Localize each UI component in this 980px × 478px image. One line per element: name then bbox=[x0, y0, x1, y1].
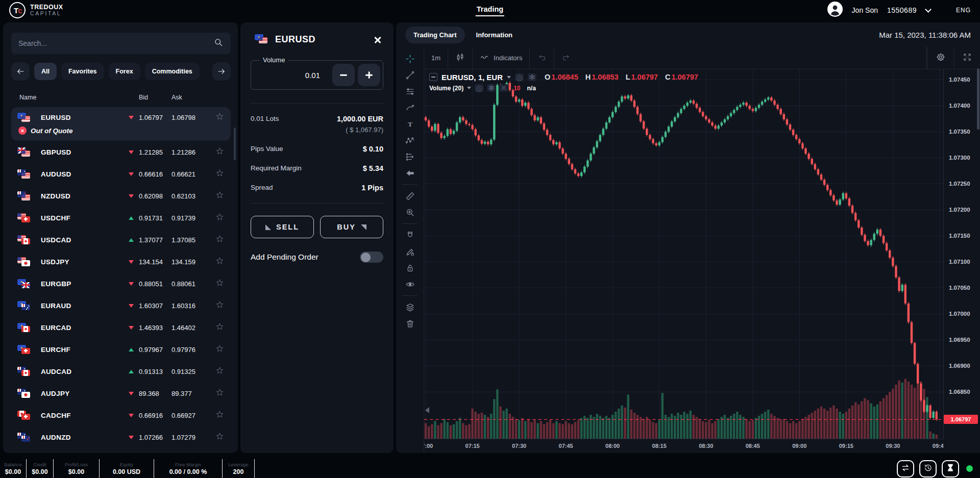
avatar[interactable] bbox=[827, 2, 843, 19]
volume-value[interactable]: 0.01 bbox=[258, 71, 329, 80]
eye-tool-icon[interactable] bbox=[401, 276, 419, 292]
chart-settings-button[interactable] bbox=[927, 47, 954, 69]
favorite-star-icon[interactable] bbox=[210, 279, 229, 290]
candlestick-chart[interactable] bbox=[424, 69, 943, 439]
watchlist-row-gbpusd[interactable]: GBPUSD1.212851.21286 bbox=[11, 142, 231, 163]
forecast-tool-icon[interactable] bbox=[401, 149, 419, 164]
undo-button[interactable] bbox=[530, 47, 554, 69]
watchlist-row-cadchf[interactable]: CADCHF0.669160.66927 bbox=[11, 405, 231, 426]
watchlist-row-usdchf[interactable]: USDCHF0.917310.91739 bbox=[11, 208, 231, 229]
favorite-star-icon[interactable] bbox=[210, 300, 229, 312]
language-selector[interactable]: ENG bbox=[956, 7, 971, 14]
info-label: Pips Value bbox=[251, 145, 283, 153]
favorite-star-icon[interactable] bbox=[210, 112, 229, 123]
layers-tool-icon[interactable] bbox=[401, 299, 419, 315]
favorite-star-icon[interactable] bbox=[210, 213, 229, 224]
indicators-button[interactable]: Indicators bbox=[473, 47, 530, 69]
volume-remove-icon[interactable]: ✕ bbox=[499, 84, 508, 92]
favorite-star-icon[interactable] bbox=[210, 169, 229, 180]
tab-information[interactable]: Information bbox=[468, 27, 521, 43]
filters-scroll-right-button[interactable] bbox=[212, 62, 231, 81]
time-axis-label: 09:45 bbox=[933, 443, 943, 449]
filter-pill-all[interactable]: All bbox=[34, 63, 57, 80]
transfer-icon[interactable] bbox=[897, 460, 914, 477]
tab-trading-chart[interactable]: Trading Chart bbox=[405, 27, 465, 43]
sell-button[interactable]: SELL bbox=[251, 216, 314, 238]
brush-tool-icon[interactable] bbox=[401, 100, 419, 115]
search-box[interactable] bbox=[11, 33, 231, 54]
nav-trading-tab[interactable]: Trading bbox=[476, 4, 504, 16]
filter-pill-forex[interactable]: Forex bbox=[109, 63, 140, 80]
filter-pill-favorites[interactable]: Favorites bbox=[61, 63, 104, 80]
watchlist-row-eurusd[interactable]: EURUSD1.067971.06798×Out of Quote bbox=[11, 107, 231, 141]
volume-indicator-label[interactable]: Volume (20) bbox=[429, 85, 463, 92]
trash-tool-icon[interactable] bbox=[401, 316, 419, 331]
filters-scroll-left-button[interactable] bbox=[11, 62, 30, 81]
time-axis[interactable]: 07:0007:1507:3007:4508:0008:1508:3008:45… bbox=[424, 439, 943, 453]
filter-pill-commodities[interactable]: Commodities bbox=[145, 63, 200, 80]
fib-tool-icon[interactable] bbox=[401, 84, 419, 99]
legend-settings-icon[interactable]: ✱ bbox=[528, 73, 536, 81]
close-icon[interactable] bbox=[372, 34, 383, 45]
legend-symbol[interactable]: EURUSD, 1, EUR bbox=[442, 73, 503, 82]
chart-panel-scrollbar[interactable] bbox=[977, 68, 979, 130]
ruler-tool-icon[interactable] bbox=[401, 188, 419, 204]
scroll-left-marker-icon[interactable] bbox=[425, 407, 429, 413]
lock-tool-icon[interactable] bbox=[401, 260, 419, 275]
favorite-star-icon[interactable] bbox=[210, 235, 229, 246]
arrow-tool-icon[interactable] bbox=[401, 165, 419, 181]
favorite-star-icon[interactable] bbox=[210, 432, 229, 443]
volume-increase-button[interactable] bbox=[358, 64, 380, 86]
history-icon[interactable] bbox=[919, 460, 937, 477]
redo-button[interactable] bbox=[554, 47, 578, 69]
watchlist-row-eurcad[interactable]: EURCAD1.463931.46402 bbox=[11, 317, 231, 338]
favorite-star-icon[interactable] bbox=[210, 410, 229, 421]
legend-caret-icon[interactable] bbox=[507, 76, 511, 79]
bid-value: 1.06797 bbox=[139, 114, 172, 121]
watchlist-row-eurgbp[interactable]: EURGBP0.880510.88061 bbox=[11, 273, 231, 294]
search-icon[interactable] bbox=[213, 37, 224, 49]
trendline-tool-icon[interactable] bbox=[401, 67, 419, 83]
watchlist-row-euraud[interactable]: EURAUD1.603071.60316 bbox=[11, 295, 231, 316]
favorite-star-icon[interactable] bbox=[210, 322, 229, 334]
favorite-star-icon[interactable] bbox=[210, 191, 229, 202]
candle-style-button[interactable] bbox=[448, 47, 473, 69]
legend-visibility-icon[interactable]: ◎ bbox=[515, 73, 524, 81]
volume-settings-icon[interactable]: ✱ bbox=[487, 84, 496, 92]
search-input[interactable] bbox=[18, 39, 213, 47]
favorite-star-icon[interactable] bbox=[210, 366, 229, 378]
hourglass-icon[interactable] bbox=[942, 460, 959, 477]
favorite-star-icon[interactable] bbox=[210, 147, 229, 158]
watchlist-row-audjpy[interactable]: AUDJPY89.36889.377 bbox=[11, 383, 231, 404]
volume-visibility-icon[interactable]: ◎ bbox=[475, 84, 483, 92]
watchlist-row-audnzd[interactable]: AUDNZD1.072661.07279 bbox=[11, 427, 231, 448]
watchlist-row-nzdusd[interactable]: NZDUSD0.620980.62103 bbox=[11, 186, 231, 207]
favorite-star-icon[interactable] bbox=[210, 257, 229, 268]
watchlist-row-usdjpy[interactable]: USDJPY134.154134.159 bbox=[11, 251, 231, 272]
legend-collapse-icon[interactable] bbox=[429, 73, 437, 81]
crosshair-tool-icon[interactable] bbox=[401, 51, 419, 66]
fullscreen-button[interactable] bbox=[954, 47, 980, 69]
chart-plot-area[interactable]: EURUSD, 1, EUR ◎ ✱ O1.06845H1.06853L1.06… bbox=[424, 69, 980, 439]
zoom-in-tool-icon[interactable] bbox=[401, 205, 419, 220]
chevron-down-icon[interactable] bbox=[925, 6, 932, 13]
pending-order-toggle[interactable] bbox=[360, 251, 383, 263]
xabcd-tool-icon[interactable] bbox=[401, 133, 419, 148]
watchlist-row-audusd[interactable]: AUDUSD0.666160.66621 bbox=[11, 164, 231, 185]
draw-lock-tool-icon[interactable] bbox=[401, 244, 419, 259]
favorite-star-icon[interactable] bbox=[210, 388, 229, 399]
watchlist-row-usdcad[interactable]: USDCAD1.370771.37085 bbox=[11, 230, 231, 250]
watchlist-row-audcad[interactable]: AUDCAD0.913130.91325 bbox=[11, 361, 231, 382]
interval-selector[interactable]: 1m bbox=[424, 47, 448, 69]
text-tool-icon[interactable]: T bbox=[401, 116, 419, 132]
symbol-name: EURUSD bbox=[36, 114, 124, 121]
watchlist-scrollbar[interactable] bbox=[234, 128, 236, 160]
magnet-tool-icon[interactable] bbox=[401, 228, 419, 243]
volume-field[interactable]: Volume 0.01 bbox=[251, 60, 383, 90]
favorite-star-icon[interactable] bbox=[210, 344, 229, 356]
price-down-triangle-icon bbox=[129, 436, 134, 439]
volume-decrease-button[interactable] bbox=[332, 64, 355, 86]
buy-button[interactable]: BUY bbox=[320, 216, 383, 238]
price-axis[interactable]: 1.074501.074001.073501.073001.072501.072… bbox=[943, 69, 980, 439]
watchlist-row-eurchf[interactable]: EURCHF0.979670.97976 bbox=[11, 339, 231, 360]
